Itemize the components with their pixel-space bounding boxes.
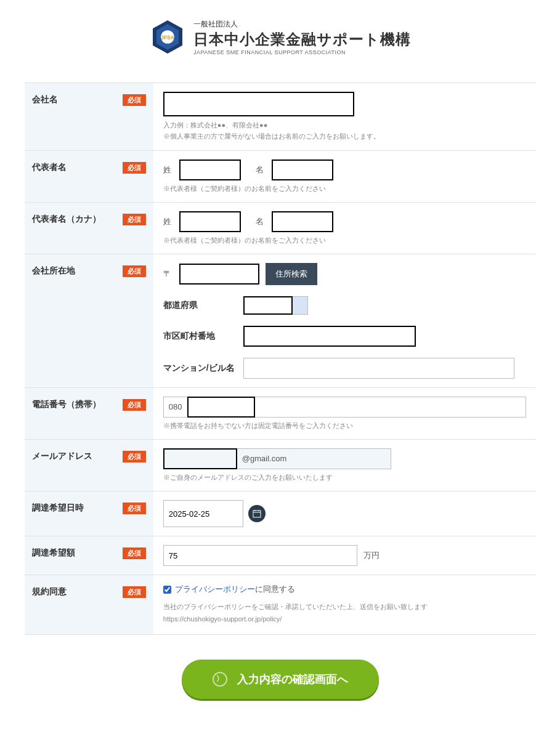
company-input[interactable] xyxy=(163,92,354,116)
building-label: マンション/ビル名 xyxy=(163,363,237,374)
zip-mark: 〒 xyxy=(163,269,173,280)
required-badge: 必須 xyxy=(123,451,146,462)
amount-label: 調達希望額 xyxy=(32,547,75,557)
required-badge: 必須 xyxy=(123,214,146,225)
rep-kana-hint: ※代表者様（ご契約者様）のお名前をご入力ください xyxy=(163,236,526,245)
agree-text: に同意する xyxy=(255,584,295,594)
phone-prefix: 080 xyxy=(163,397,187,418)
pref-select[interactable] xyxy=(243,296,308,315)
phone-label: 電話番号（携帯） xyxy=(32,399,101,409)
privacy-policy-link[interactable]: プライバシーポリシー xyxy=(175,584,255,594)
required-badge: 必須 xyxy=(123,586,146,598)
phone-input[interactable] xyxy=(187,397,255,418)
logo-subtitle-2: JAPANESE SME FINANCIAL SUPPORT ASSOCIATI… xyxy=(193,49,411,55)
sei-label: 姓 xyxy=(163,164,173,176)
rep-mei-input[interactable] xyxy=(272,160,333,180)
rep-sei-kana-input[interactable] xyxy=(179,211,241,232)
chevron-right-icon: 〉 xyxy=(213,672,227,687)
zip-input[interactable] xyxy=(179,264,259,285)
email-local-input[interactable] xyxy=(163,448,237,469)
calendar-icon[interactable] xyxy=(248,505,266,522)
date-label: 調達希望日時 xyxy=(32,503,84,512)
phone-hint: ※携帯電話をお持ちでない方は固定電話番号をご入力ください xyxy=(163,421,526,430)
company-hint: 入力例：株式会社●●、有限会社●● ※個人事業主の方で屋号がない場合はお名前のご… xyxy=(163,120,526,142)
agree-hint: 当社のプライバシーポリシーをご確認・承諾していただいた上、送信をお願い致します … xyxy=(163,601,526,626)
agree-checkbox[interactable] xyxy=(163,586,171,594)
phone-rest-input[interactable] xyxy=(255,397,526,418)
required-badge: 必須 xyxy=(123,162,146,174)
rep-kana-label: 代表者名（カナ） xyxy=(32,214,101,224)
city-input[interactable] xyxy=(243,326,416,347)
mei-kana-label: 名 xyxy=(256,216,266,227)
svg-text:JFSA: JFSA xyxy=(161,34,174,41)
city-label: 市区町村番地 xyxy=(163,331,237,342)
svg-rect-4 xyxy=(253,511,261,517)
pref-label: 都道府県 xyxy=(163,300,237,311)
agree-label: 規約同意 xyxy=(32,586,67,596)
mei-label: 名 xyxy=(256,164,266,176)
email-domain: @gmail.com xyxy=(237,448,391,469)
sei-kana-label: 姓 xyxy=(163,216,173,227)
rep-name-hint: ※代表者様（ご契約者様）のお名前をご入力ください xyxy=(163,184,526,193)
required-badge: 必須 xyxy=(123,547,146,559)
date-input[interactable] xyxy=(163,500,243,527)
jfsa-logo-icon: JFSA xyxy=(149,18,186,55)
application-form: 会社名 必須 入力例：株式会社●●、有限会社●● ※個人事業主の方で屋号がない場… xyxy=(25,83,536,635)
logo-subtitle-1: 一般社団法人 xyxy=(193,19,411,30)
logo-title: 日本中小企業金融サポート機構 xyxy=(193,30,411,49)
company-label: 会社名 xyxy=(32,94,58,104)
email-label: メールアドレス xyxy=(32,451,92,461)
required-badge: 必須 xyxy=(123,399,146,411)
required-badge: 必須 xyxy=(123,265,146,277)
required-badge: 必須 xyxy=(123,94,146,106)
header: JFSA 一般社団法人 日本中小企業金融サポート機構 JAPANESE SME … xyxy=(0,0,560,70)
rep-mei-kana-input[interactable] xyxy=(272,211,333,232)
email-hint: ※ご自身のメールアドレスのご入力をお願いいたします xyxy=(163,473,526,482)
submit-label: 入力内容の確認画面へ xyxy=(237,672,348,687)
address-search-button[interactable]: 住所検索 xyxy=(266,263,317,285)
building-input[interactable] xyxy=(243,358,514,379)
submit-button[interactable]: 〉 入力内容の確認画面へ xyxy=(182,660,379,699)
amount-unit: 万円 xyxy=(363,550,379,561)
rep-name-label: 代表者名 xyxy=(32,162,67,172)
address-label: 会社所在地 xyxy=(32,265,75,275)
rep-sei-input[interactable] xyxy=(179,160,241,180)
amount-input[interactable] xyxy=(163,545,357,566)
required-badge: 必須 xyxy=(123,503,146,514)
